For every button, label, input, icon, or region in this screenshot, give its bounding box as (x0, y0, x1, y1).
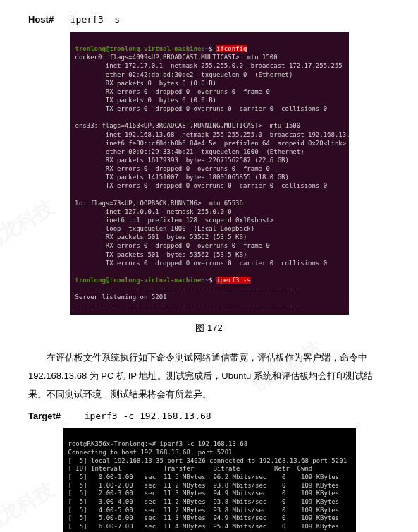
black-terminal-screenshot: root@RK356x-Tronlong:~# iperf3 -c 192.16… (63, 428, 356, 533)
host-command-line: Host# iperf3 -s (28, 14, 390, 25)
server-listening: Server listening on 5201 (75, 294, 167, 301)
t2-row: [ 5] 2.00-3.00 sec 11.3 MBytes 94.9 Mbit… (68, 490, 340, 497)
term1-cmd2: iperf3 -s (216, 277, 251, 284)
t2-row: [ 5] 3.00-4.00 sec 11.2 MBytes 93.8 Mbit… (68, 498, 340, 505)
term1-cmd1: ifconfig (216, 45, 247, 52)
host-prompt: Host# (28, 14, 54, 25)
docker-line: ether 02:42:db:bd:30:e2 txqueuelen 0 (Et… (75, 71, 293, 78)
t2-row: [ 5] 5.00-6.00 sec 11.3 MBytes 94.9 Mbit… (68, 514, 340, 521)
t2-row: [ 5] 0.00-1.00 sec 11.5 MBytes 96.2 Mbit… (68, 473, 340, 480)
lo-line: TX packets 501 bytes 53562 (53.5 KB) (75, 251, 247, 258)
ens-line: inet6 fe80::cf8d:b0b6:84e4:5e prefixlen … (75, 140, 347, 147)
host-command: iperf3 -s (70, 14, 120, 25)
lo-line: inet6 ::1 prefixlen 128 scopeid 0x10<hos… (75, 217, 274, 224)
docker-line: TX errors 0 dropped 0 overruns 0 carrier… (75, 105, 328, 112)
target-command-line: Target# iperf3 -c 192.168.13.68 (28, 411, 390, 421)
watermark: 创龙科技 (0, 476, 59, 532)
lo-header: lo: flags=73<UP,LOOPBACK,RUNNING> mtu 65… (75, 200, 243, 207)
ens-line: RX errors 0 dropped 0 overruns 0 frame 0 (75, 165, 270, 172)
t2-header: [ ID] Interval Transfer Bitrate Retr Cwn… (68, 465, 313, 472)
docker-header: docker0: flags=4099<UP,BROADCAST,MULTICA… (75, 54, 278, 61)
target-prompt: Target# (28, 411, 61, 421)
watermark: 创龙科技 (0, 194, 59, 257)
ens-header: ens33: flags=4163<UP,BROADCAST,RUNNING,M… (75, 122, 301, 129)
lo-line: inet 127.0.0.1 netmask 255.0.0.0 (75, 208, 232, 215)
term1-prompt: tronlong@tronlong-virtual-machine: (75, 45, 205, 52)
ens-line: inet 192.168.13.68 netmask 255.255.255.0… (75, 131, 349, 138)
t2-line: [ 5] local 192.168.13.35 port 34026 conn… (68, 457, 348, 464)
docker-line: inet 172.17.0.1 netmask 255.255.0.0 broa… (75, 62, 343, 69)
ens-line: TX packets 14151007 bytes 18001065855 (1… (75, 174, 289, 181)
figure-caption-172: 图 172 (28, 322, 390, 334)
ubuntu-terminal-screenshot: tronlong@tronlong-virtual-machine:~$ ifc… (70, 32, 349, 315)
lo-line: RX packets 501 bytes 53562 (53.5 KB) (75, 234, 247, 241)
docker-line: RX errors 0 dropped 0 overruns 0 frame 0 (75, 88, 270, 95)
lo-line: RX errors 0 dropped 0 overruns 0 frame 0 (75, 242, 270, 249)
t2-row: [ 5] 4.00-5.00 sec 11.2 MBytes 93.8 Mbit… (68, 507, 340, 514)
term1-prompt2: tronlong@tronlong-virtual-machine: (75, 277, 205, 284)
t2-row: [ 5] 1.00-2.00 sec 11.2 MBytes 93.8 Mbit… (68, 482, 340, 489)
body-paragraph: 在评估板文件系统执行如下命令测试网络通信带宽，评估板作为客户端，命令中 192.… (28, 349, 390, 404)
t2-line: root@RK356x-Tronlong:~# iperf3 -c 192.16… (68, 440, 248, 447)
ens-line: RX packets 16179393 bytes 22671562587 (2… (75, 157, 289, 164)
docker-line: TX packets 0 bytes 0 (0.0 B) (75, 97, 216, 104)
docker-line: RX packets 0 bytes 0 (0.0 B) (75, 80, 216, 87)
t2-line: Connecting to host 192.168.13.68, port 5… (68, 449, 233, 456)
target-command: iperf3 -c 192.168.13.68 (85, 411, 211, 421)
ens-line: ether 00:0c:29:33:4b:21 txqueuelen 1000 … (75, 148, 305, 155)
ens-line: TX errors 0 dropped 0 overruns 0 carrier… (75, 182, 328, 189)
lo-line: loop txqueuelen 1000 (Local Loopback) (75, 225, 255, 232)
t2-row: [ 5] 6.00-7.00 sec 11.4 MBytes 95.4 Mbit… (68, 523, 340, 530)
lo-line: TX errors 0 dropped 0 overruns 0 carrier… (75, 260, 328, 267)
